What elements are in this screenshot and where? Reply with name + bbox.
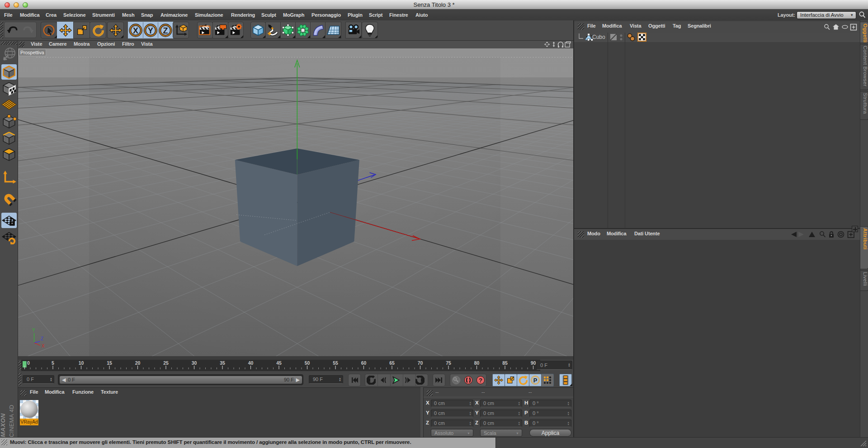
svg-text:0: 0 — [27, 360, 30, 366]
svg-text:50: 50 — [305, 360, 310, 366]
svg-text:45: 45 — [276, 360, 282, 366]
svg-text:15: 15 — [107, 360, 112, 366]
svg-text:65: 65 — [389, 360, 395, 366]
svg-text:35: 35 — [220, 360, 225, 366]
svg-text:Z: Z — [163, 26, 168, 35]
svg-text:10: 10 — [79, 360, 84, 366]
svg-text:40: 40 — [248, 360, 254, 366]
svg-text:80: 80 — [474, 360, 480, 366]
svg-text:5: 5 — [52, 360, 54, 366]
svg-text:X: X — [133, 26, 138, 35]
svg-text:P: P — [533, 377, 538, 384]
svg-text:25: 25 — [163, 360, 169, 366]
svg-text:60: 60 — [361, 360, 367, 366]
svg-text:55: 55 — [333, 360, 338, 366]
svg-text:90: 90 — [531, 360, 536, 366]
svg-text:20: 20 — [135, 360, 141, 366]
svg-text:Y: Y — [148, 26, 153, 35]
svg-text:?: ? — [479, 377, 482, 384]
svg-text:75: 75 — [446, 360, 451, 366]
svg-text:70: 70 — [418, 360, 423, 366]
svg-text:30: 30 — [192, 360, 197, 366]
svg-text:85: 85 — [502, 360, 508, 366]
